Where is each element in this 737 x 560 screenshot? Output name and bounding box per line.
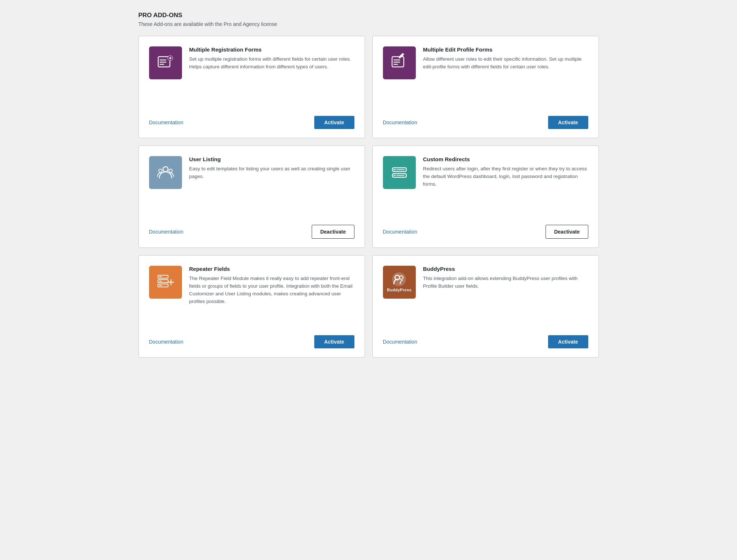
- documentation-link-repeater-fields[interactable]: Documentation: [149, 339, 183, 345]
- user-listing-icon: [149, 156, 182, 189]
- svg-point-13: [163, 167, 168, 172]
- addon-name: Multiple Edit Profile Forms: [423, 46, 588, 53]
- documentation-link-multiple-registration-forms[interactable]: Documentation: [149, 120, 183, 125]
- addon-info: Custom RedirectsRedirect users after log…: [423, 156, 588, 189]
- addon-card-top: Repeater FieldsThe Repeater Field Module…: [149, 266, 354, 306]
- addon-info: Multiple Edit Profile FormsAllow differe…: [423, 46, 588, 79]
- activate-button-buddypress[interactable]: Activate: [548, 335, 588, 348]
- addon-desc: Set up multiple registration forms with …: [189, 56, 354, 71]
- svg-point-31: [400, 276, 403, 280]
- svg-point-14: [159, 169, 162, 173]
- addon-card-top: User ListingEasy to edit templates for l…: [149, 156, 354, 189]
- addon-card-multiple-edit-profile-forms: Multiple Edit Profile FormsAllow differe…: [372, 36, 599, 138]
- addon-card-top: Custom RedirectsRedirect users after log…: [383, 156, 588, 189]
- addon-card-top: Multiple Registration FormsSet up multip…: [149, 46, 354, 79]
- reg-forms-icon: [149, 46, 182, 79]
- section-title: PRO ADD-ONS: [138, 12, 599, 19]
- documentation-link-buddypress[interactable]: Documentation: [383, 339, 417, 345]
- documentation-link-custom-redirects[interactable]: Documentation: [383, 229, 417, 235]
- addon-name: Repeater Fields: [189, 266, 354, 272]
- addon-card-buddypress: BuddyPress BuddyPressThis integration ad…: [372, 255, 599, 357]
- addon-info: BuddyPressThis integration add-on allows…: [423, 266, 588, 299]
- addon-card-bottom: DocumentationDeactivate: [383, 217, 588, 239]
- addon-card-bottom: DocumentationActivate: [383, 109, 588, 129]
- addon-card-bottom: DocumentationActivate: [383, 328, 588, 348]
- repeater-icon: [149, 266, 182, 299]
- addon-card-bottom: DocumentationActivate: [149, 109, 354, 129]
- addon-info: Repeater FieldsThe Repeater Field Module…: [189, 266, 354, 306]
- addon-desc: This integration add-on allows extending…: [423, 275, 588, 290]
- addon-card-top: Multiple Edit Profile FormsAllow differe…: [383, 46, 588, 79]
- svg-point-15: [169, 169, 172, 173]
- addon-card-custom-redirects: Custom RedirectsRedirect users after log…: [372, 145, 599, 248]
- edit-forms-icon: [383, 46, 416, 79]
- addons-grid: Multiple Registration FormsSet up multip…: [138, 36, 599, 357]
- addon-info: Multiple Registration FormsSet up multip…: [189, 46, 354, 79]
- redirects-icon: [383, 156, 416, 189]
- deactivate-button-custom-redirects[interactable]: Deactivate: [546, 225, 588, 239]
- buddypress-icon: BuddyPress: [383, 266, 416, 299]
- activate-button-multiple-registration-forms[interactable]: Activate: [314, 116, 354, 129]
- addon-desc: Redirect users after login, after they f…: [423, 165, 588, 188]
- section-subtitle: These Add-ons are available with the Pro…: [138, 21, 599, 27]
- pro-addons-page: PRO ADD-ONS These Add-ons are available …: [138, 12, 599, 357]
- activate-button-repeater-fields[interactable]: Activate: [314, 335, 354, 348]
- documentation-link-user-listing[interactable]: Documentation: [149, 229, 183, 235]
- addon-card-top: BuddyPress BuddyPressThis integration ad…: [383, 266, 588, 299]
- addon-name: Multiple Registration Forms: [189, 46, 354, 53]
- addon-card-bottom: DocumentationActivate: [149, 328, 354, 348]
- addon-card-repeater-fields: Repeater FieldsThe Repeater Field Module…: [138, 255, 365, 357]
- addon-desc: Easy to edit templates for listing your …: [189, 165, 354, 181]
- deactivate-button-user-listing[interactable]: Deactivate: [312, 225, 354, 239]
- addon-desc: The Repeater Field Module makes it reall…: [189, 275, 354, 306]
- addon-name: BuddyPress: [423, 266, 588, 272]
- activate-button-multiple-edit-profile-forms[interactable]: Activate: [548, 116, 588, 129]
- addon-card-bottom: DocumentationDeactivate: [149, 217, 354, 239]
- addon-info: User ListingEasy to edit templates for l…: [189, 156, 354, 189]
- documentation-link-multiple-edit-profile-forms[interactable]: Documentation: [383, 120, 417, 125]
- addon-card-multiple-registration-forms: Multiple Registration FormsSet up multip…: [138, 36, 365, 138]
- addon-name: Custom Redirects: [423, 156, 588, 162]
- addon-desc: Allow different user roles to edit their…: [423, 56, 588, 71]
- addon-card-user-listing: User ListingEasy to edit templates for l…: [138, 145, 365, 248]
- addon-name: User Listing: [189, 156, 354, 162]
